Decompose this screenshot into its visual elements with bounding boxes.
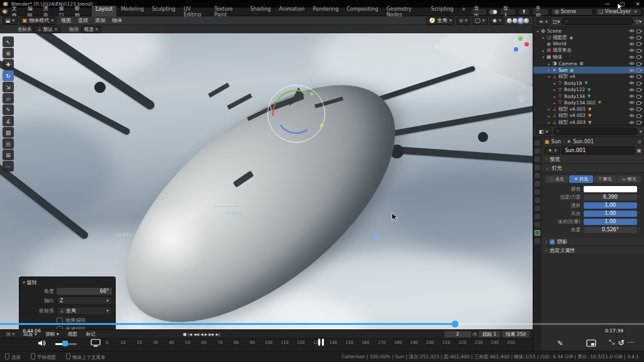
mode-dropdown[interactable]: ▣物体模式▾ <box>19 17 57 25</box>
translate-toggle[interactable] <box>489 9 497 14</box>
rotate-gizmo[interactable] <box>267 85 325 143</box>
animate-dot[interactable]: · <box>637 211 642 216</box>
breadcrumb-data[interactable]: Sun.001 <box>573 139 594 145</box>
3d-viewport[interactable]: 21647 14241 ↖⊕✚↻⇲▱✎∡▧◎⊞⋯ ▾ 旋转 角度66° 轴向Z▾… <box>0 25 533 329</box>
hide-viewport-eye-icon[interactable] <box>629 101 635 104</box>
operator-panel-title[interactable]: ▾ 旋转 <box>23 279 112 286</box>
tool-rotate[interactable]: ↻ <box>3 70 14 81</box>
datablock-name-field[interactable]: Sun.001 <box>562 146 635 155</box>
hide-viewport-eye-icon[interactable] <box>629 88 635 92</box>
wireframe-shading-button[interactable] <box>507 18 512 23</box>
expand-caret[interactable]: ▸ <box>552 94 557 99</box>
export-button[interactable]: 导出 <box>470 8 487 16</box>
outliner-row--[interactable]: ▸❏视图层◉ <box>533 34 644 40</box>
expand-caret[interactable]: ▸ <box>541 48 546 53</box>
pan-hand-icon[interactable] <box>517 70 525 78</box>
display-mode-icon[interactable] <box>91 339 101 347</box>
outliner-row--v4-001[interactable]: ▸⊥模型 v4.001▼ <box>533 106 644 112</box>
video-progress-bar[interactable] <box>0 323 644 325</box>
expand-caret[interactable]: ▾ <box>535 29 540 33</box>
tool-select-box[interactable]: ↖ <box>3 36 14 47</box>
tool-annotate[interactable]: ✎ <box>3 104 14 115</box>
hide-viewport-eye-icon[interactable] <box>629 107 635 111</box>
tool-measure[interactable]: ∡ <box>3 116 14 126</box>
close-button[interactable]: ✕ <box>635 1 641 7</box>
expand-caret[interactable]: ▾ <box>547 74 552 79</box>
properties-search-input[interactable]: ⌕ <box>553 128 638 135</box>
editor-type-dropdown[interactable]: ⬓▾ <box>3 17 18 25</box>
hide-viewport-eye-icon[interactable] <box>629 42 635 46</box>
hide-viewport-eye-icon[interactable] <box>629 75 635 79</box>
tool-transform[interactable]: ▱ <box>3 93 14 104</box>
manual-button[interactable]: 手动 <box>532 8 549 16</box>
transform-orientation-dropdown[interactable]: 🧭全局▾ <box>426 17 455 25</box>
disable-render-camera-icon[interactable] <box>636 74 642 79</box>
outliner-row-scene[interactable]: ▾◍Scene <box>533 28 644 34</box>
outliner-row-sun[interactable]: ▸☀Sun● <box>533 67 644 73</box>
expand-caret[interactable]: ▾ <box>541 55 546 59</box>
overlays-dropdown[interactable]: ◉▾ <box>489 17 504 25</box>
tool-extrude[interactable]: ◎ <box>3 138 14 149</box>
disable-render-camera-icon[interactable] <box>636 55 642 59</box>
volume-icon[interactable] <box>38 339 47 347</box>
properties-tab-scene[interactable] <box>535 173 540 178</box>
disable-render-camera-icon[interactable] <box>636 114 642 118</box>
viewport-menu-item[interactable]: 物体 <box>109 17 125 24</box>
animate-dot[interactable]: · <box>637 202 642 208</box>
outliner-row--v4-002[interactable]: ▸⊥模型 v4.002▼ <box>533 112 644 119</box>
display-mode-icon[interactable]: ◫▾ <box>553 19 560 25</box>
snap-dropdown[interactable]: ∪▾ <box>456 17 470 25</box>
animate-dot[interactable]: · <box>637 219 642 224</box>
expand-caret[interactable]: ▸ <box>547 120 552 124</box>
outliner-row--[interactable]: ▸▤场景集合 <box>533 47 644 53</box>
panel-shadow[interactable]: ›✓阴影 <box>541 238 644 246</box>
hide-viewport-eye-icon[interactable] <box>629 48 635 52</box>
hide-viewport-eye-icon[interactable] <box>629 94 635 98</box>
outliner-row-world[interactable]: ◍World <box>533 41 644 47</box>
hide-viewport-eye-icon[interactable] <box>629 62 635 65</box>
hide-viewport-eye-icon[interactable] <box>629 29 635 33</box>
frame-start-field[interactable]: 起始 1 <box>479 331 500 337</box>
tool-add-cube[interactable]: ▧ <box>3 127 14 138</box>
tool-cursor[interactable]: ⊕ <box>3 48 14 58</box>
proportional-edit-dropdown[interactable]: ◯▾ <box>472 17 488 25</box>
disable-render-camera-icon[interactable] <box>636 120 642 124</box>
animate-dot[interactable]: · <box>637 227 642 233</box>
properties-tab-particles[interactable] <box>535 206 540 211</box>
outliner-editor-dropdown[interactable]: ≡▾ <box>536 18 551 25</box>
ortho-grid-icon[interactable] <box>517 95 525 103</box>
tool-orientation-dropdown[interactable]: ⊥默认▾ <box>35 26 60 33</box>
outliner-search-input[interactable]: ⌕ <box>562 18 633 25</box>
expand-caret[interactable]: ▸ <box>552 87 557 92</box>
outliner-row-camera[interactable]: ▸◨Camera▦ <box>533 60 644 67</box>
disable-render-camera-icon[interactable] <box>636 41 642 46</box>
disable-render-camera-icon[interactable] <box>636 62 642 66</box>
play-reverse-button[interactable]: ◀ <box>201 332 204 336</box>
outliner-row--[interactable]: ▾▤物体 <box>533 54 644 60</box>
panel-light[interactable]: ⌄灯光 <box>541 164 644 173</box>
outliner-row--v4[interactable]: ▾⊥模型 v4 <box>533 74 644 80</box>
hide-viewport-eye-icon[interactable] <box>629 81 635 85</box>
pin-icon[interactable]: ⊙ <box>637 139 641 145</box>
edit-pencil-icon[interactable]: ✎ <box>557 339 563 348</box>
expand-caret[interactable]: ▸ <box>552 81 557 85</box>
play-button[interactable]: ▶ <box>204 332 208 336</box>
outliner-row-body134[interactable]: ▸▽Body134▼ <box>533 93 644 99</box>
disable-render-camera-icon[interactable] <box>636 94 642 99</box>
expand-caret[interactable]: ▸ <box>547 62 552 66</box>
timeline-menu-item[interactable]: 标记 <box>83 331 99 337</box>
disable-render-camera-icon[interactable] <box>636 68 642 72</box>
light-datablock-dropdown[interactable]: ☀▾ <box>545 147 560 155</box>
expand-caret[interactable]: ▸ <box>547 68 552 72</box>
rendered-shading-button[interactable] <box>524 18 529 23</box>
angle-field[interactable]: 66° <box>57 288 112 295</box>
material-preview-button[interactable] <box>518 18 523 23</box>
outliner-row-body18[interactable]: ▸▽Body18▼ <box>533 80 644 86</box>
disable-render-camera-icon[interactable] <box>636 107 642 111</box>
drag-mode-dropdown[interactable]: 框选▾ <box>81 26 101 33</box>
shrink-player-icon[interactable]: ⤡ <box>609 338 614 346</box>
light-type-面光[interactable]: ▭面光 <box>618 175 641 183</box>
pause-button[interactable] <box>318 339 324 346</box>
properties-tab-tool[interactable] <box>535 140 540 146</box>
op-orientation-dropdown[interactable]: ⊥全局▾ <box>57 307 112 315</box>
